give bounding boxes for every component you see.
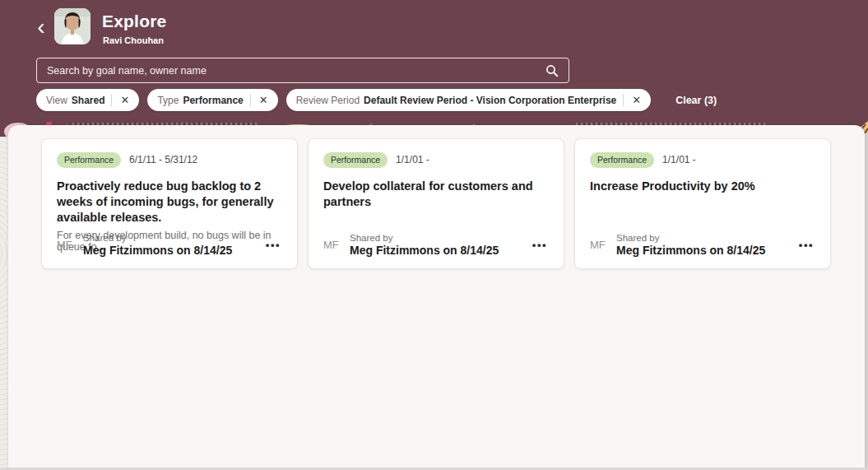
goal-title[interactable]: Develop collateral for customers and par… xyxy=(323,179,549,210)
shared-by-value: Meg Fitzimmons on 8/14/25 xyxy=(83,244,232,257)
goal-dates: 1/1/01 - xyxy=(662,154,696,165)
chip-divider xyxy=(111,94,112,106)
search-input[interactable] xyxy=(37,58,569,82)
goal-title[interactable]: Proactively reduce bug backlog to 2 week… xyxy=(57,179,282,226)
page-subtitle: Ravi Chouhan xyxy=(103,35,164,45)
shared-by-value: Meg Fitzimmons on 8/14/25 xyxy=(616,244,765,257)
overflow-menu-icon[interactable]: ••• xyxy=(531,237,549,253)
page-title: Explore xyxy=(102,12,166,31)
clear-filters-button[interactable]: Clear (3) xyxy=(671,94,722,107)
filter-chip-view[interactable]: View Shared ✕ xyxy=(36,89,139,111)
scrollbar-track[interactable] xyxy=(865,133,868,470)
owner-initials-avatar: MF xyxy=(323,239,343,251)
goal-card[interactable]: Performance 1/1/01 - Increase Productivi… xyxy=(574,138,831,269)
goal-title[interactable]: Increase Productivity by 20% xyxy=(590,179,815,194)
goal-card-list: Performance 6/1/11 - 5/31/12 Proactively… xyxy=(41,138,831,269)
filter-chip-review-period[interactable]: Review Period Default Review Period - Vi… xyxy=(286,89,651,111)
chip-label: Type xyxy=(157,95,179,106)
overflow-menu-icon[interactable]: ••• xyxy=(797,237,815,253)
goal-card[interactable]: Performance 1/1/01 - Develop collateral … xyxy=(308,138,564,269)
shared-by-label: Shared by xyxy=(616,233,765,243)
chip-value: Performance xyxy=(183,95,243,106)
chip-divider xyxy=(250,94,251,106)
chip-label: View xyxy=(46,95,67,106)
back-icon[interactable]: ‹ xyxy=(33,16,49,38)
shared-by-label: Shared by xyxy=(350,233,499,243)
goal-type-badge: Performance xyxy=(590,152,654,168)
chip-label: Review Period xyxy=(296,95,360,106)
chip-value: Shared xyxy=(72,95,105,106)
page-left-margin xyxy=(0,137,8,470)
owner-initials-avatar: MF xyxy=(590,239,610,251)
shared-by-value: Meg Fitzimmons on 8/14/25 xyxy=(350,244,499,257)
filter-chip-row: View Shared ✕ Type Performance ✕ Review … xyxy=(36,89,722,111)
goal-dates: 1/1/01 - xyxy=(396,154,429,165)
close-icon[interactable]: ✕ xyxy=(118,95,131,105)
goal-type-badge: Performance xyxy=(323,152,388,168)
page-header: ‹ Explore Ravi Chouhan View Shared xyxy=(0,0,868,121)
search-bar xyxy=(36,58,569,83)
close-icon[interactable]: ✕ xyxy=(630,95,643,105)
close-icon[interactable]: ✕ xyxy=(258,95,270,105)
chip-divider xyxy=(623,94,624,106)
owner-initials-avatar: MF xyxy=(57,239,77,251)
search-icon[interactable] xyxy=(545,64,559,77)
shared-by-label: Shared by xyxy=(83,233,232,243)
goal-card[interactable]: Performance 6/1/11 - 5/31/12 Proactively… xyxy=(41,138,298,269)
overflow-menu-icon[interactable]: ••• xyxy=(264,237,282,253)
chip-value: Default Review Period - Vision Corporati… xyxy=(364,95,616,106)
goal-dates: 6/1/11 - 5/31/12 xyxy=(129,154,197,165)
filter-chip-type[interactable]: Type Performance ✕ xyxy=(147,89,277,111)
goal-type-badge: Performance xyxy=(57,152,121,168)
avatar xyxy=(54,8,91,44)
